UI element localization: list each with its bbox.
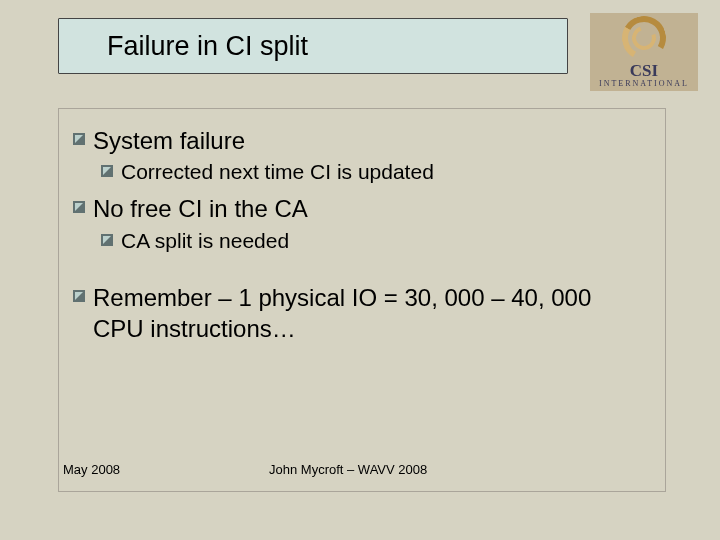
bullet-icon xyxy=(73,201,85,213)
bullet-list: System failure Corrected next time CI is… xyxy=(73,125,645,477)
bullet-icon xyxy=(73,133,85,145)
slide: Failure in CI split CSI INTERNATIONAL Sy… xyxy=(0,0,720,540)
bullet-text: CA split is needed xyxy=(121,227,289,254)
bullet-sub-item: Corrected next time CI is updated xyxy=(101,158,645,185)
bullet-text: Corrected next time CI is updated xyxy=(121,158,434,185)
bullet-icon xyxy=(101,165,113,177)
slide-title: Failure in CI split xyxy=(107,31,308,62)
logo-subtext: INTERNATIONAL xyxy=(599,80,689,88)
logo-swirl-icon xyxy=(622,16,666,60)
bullet-icon xyxy=(73,290,85,302)
bullet-text: No free CI in the CA xyxy=(93,193,308,224)
footer-author: John Mycroft – WAVV 2008 xyxy=(263,462,665,477)
logo-text: CSI xyxy=(630,62,658,79)
bullet-item: Remember – 1 physical IO = 30, 000 – 40,… xyxy=(73,282,645,344)
logo: CSI INTERNATIONAL xyxy=(590,13,698,91)
bullet-item: System failure xyxy=(73,125,645,156)
bullet-item: No free CI in the CA xyxy=(73,193,645,224)
bullet-text: System failure xyxy=(93,125,245,156)
content-frame: System failure Corrected next time CI is… xyxy=(58,108,666,492)
footer-date: May 2008 xyxy=(59,462,263,477)
title-box: Failure in CI split xyxy=(58,18,568,74)
footer: May 2008 John Mycroft – WAVV 2008 xyxy=(59,462,665,477)
bullet-icon xyxy=(101,234,113,246)
bullet-text: Remember – 1 physical IO = 30, 000 – 40,… xyxy=(93,282,645,344)
bullet-sub-item: CA split is needed xyxy=(101,227,645,254)
